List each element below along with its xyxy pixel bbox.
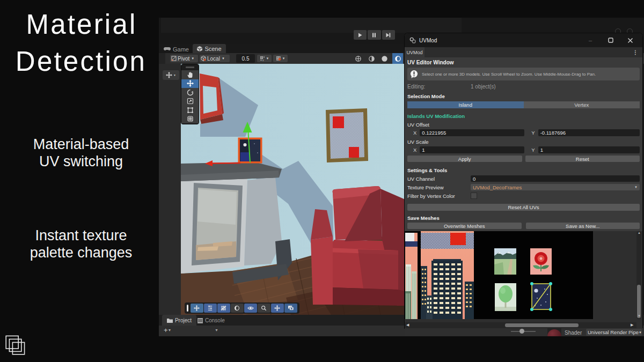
svg-text:y: y xyxy=(262,58,264,62)
